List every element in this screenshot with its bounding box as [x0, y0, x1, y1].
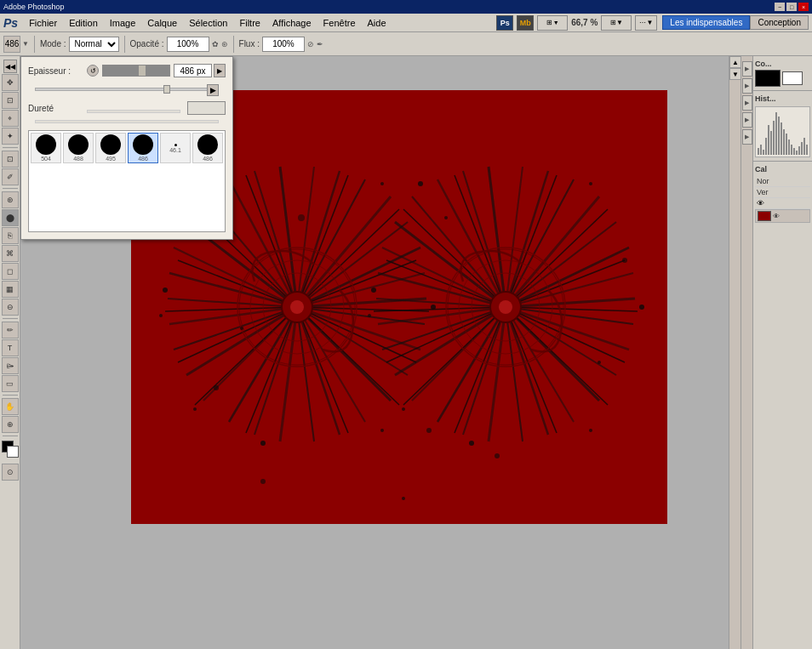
- svg-point-46: [159, 314, 163, 317]
- histogram-chart: [755, 106, 810, 157]
- camera-tool[interactable]: ⊙: [2, 464, 19, 481]
- canvas-area: Epaisseur : ↺ ▶ ▶ Dureté: [20, 56, 741, 649]
- brush-preset-3[interactable]: 486: [128, 133, 158, 163]
- expand-btn-3[interactable]: ▶: [742, 95, 752, 111]
- right-expanders: ▶ ▶ ▶ ▶ ▶: [741, 56, 752, 649]
- crop-tool[interactable]: ⊡: [2, 151, 19, 168]
- window-controls: − □ ×: [775, 3, 809, 11]
- main-layout: ◀◀ ✥ ⊡ ⌖ ✦ ⊡ ✐ ⊛ ⬤ ⎘ ⌘ ◻ ▦ ⊖ ✏ T ⌲ ▭ ✋ ⊕…: [0, 56, 812, 649]
- slider-right-btn[interactable]: ▶: [207, 84, 219, 96]
- svg-point-118: [426, 428, 432, 433]
- svg-point-104: [418, 181, 423, 186]
- menu-fichier[interactable]: Fichier: [23, 16, 63, 30]
- vertical-scrollbar[interactable]: ▲ ▼: [729, 56, 741, 649]
- slider-track: [35, 88, 219, 91]
- svg-point-117: [444, 216, 448, 219]
- brush-preset-0[interactable]: 504: [31, 133, 61, 163]
- slider-thumb[interactable]: [163, 85, 170, 94]
- hist-bar: [781, 122, 782, 155]
- hist-bar: [775, 112, 777, 155]
- path-tool[interactable]: ⌲: [2, 357, 19, 374]
- svg-point-102: [371, 287, 376, 293]
- hand-tool[interactable]: ✋: [2, 398, 19, 415]
- opacity-airbrush-icon[interactable]: ✿: [212, 40, 219, 48]
- sep-5: [3, 436, 18, 436]
- svg-point-51: [260, 441, 266, 446]
- menu-edition[interactable]: Edition: [63, 16, 104, 30]
- tools-collapse-btn[interactable]: ◀◀: [3, 60, 17, 73]
- history-brush-tool[interactable]: ⌘: [2, 245, 19, 262]
- menu-calque[interactable]: Calque: [141, 16, 183, 30]
- expand-btn-4[interactable]: ▶: [742, 112, 752, 128]
- brush-preset-5[interactable]: 486: [192, 133, 223, 163]
- minimize-button[interactable]: −: [775, 3, 785, 11]
- foreground-color[interactable]: [2, 441, 19, 458]
- indispensables-button[interactable]: Les indispensables: [662, 15, 750, 30]
- mb-icon-2[interactable]: Mb: [517, 15, 534, 31]
- pen-tool[interactable]: ✏: [2, 322, 19, 339]
- dodge-tool[interactable]: ⊖: [2, 299, 19, 316]
- text-tool[interactable]: T: [2, 339, 19, 356]
- clone-tool[interactable]: ⎘: [2, 227, 19, 244]
- layer-item-1[interactable]: 👁: [755, 209, 810, 223]
- epaisseur-value-input[interactable]: [174, 64, 212, 77]
- opacity-pressure-icon[interactable]: ⊛: [221, 40, 228, 48]
- flux-input[interactable]: [262, 37, 305, 52]
- shape-tool[interactable]: ▭: [2, 375, 19, 392]
- zoom-tool[interactable]: ⊕: [2, 416, 19, 433]
- bg-swatch[interactable]: [782, 71, 803, 85]
- epaisseur-reset-btn[interactable]: ↺: [87, 65, 99, 77]
- brush-tool[interactable]: ⬤: [2, 209, 19, 226]
- durete-value: [187, 101, 226, 115]
- divider-1: [124, 36, 125, 53]
- gradient-tool[interactable]: ▦: [2, 281, 19, 298]
- tablet-icon[interactable]: ✒: [317, 40, 323, 48]
- durete-row: Dureté: [28, 101, 226, 115]
- scroll-down-btn[interactable]: ▼: [729, 68, 741, 80]
- spot-heal-tool[interactable]: ⊛: [2, 191, 19, 208]
- epaisseur-slider[interactable]: [102, 65, 170, 77]
- hist-bar: [758, 148, 759, 155]
- conception-button[interactable]: Conception: [750, 15, 809, 30]
- fg-swatch[interactable]: [755, 70, 781, 87]
- menu-filtre[interactable]: Filtre: [233, 16, 266, 30]
- layer-eye-icon[interactable]: 👁: [773, 213, 780, 220]
- verrouillage-label: Ver: [757, 188, 769, 196]
- magic-wand-tool[interactable]: ✦: [2, 128, 19, 145]
- epaisseur-label: Epaisseur :: [28, 66, 83, 76]
- maximize-button[interactable]: □: [786, 3, 797, 11]
- brush-preset-1[interactable]: 488: [63, 133, 94, 163]
- svg-point-116: [214, 385, 219, 390]
- close-button[interactable]: ×: [798, 3, 809, 11]
- mb-arrangement[interactable]: ⊞▼: [537, 15, 568, 31]
- expand-btn-2[interactable]: ▶: [742, 78, 752, 94]
- mb-icon-1[interactable]: Ps: [496, 15, 513, 31]
- menu-aide[interactable]: Aide: [362, 16, 392, 30]
- brush-size-popup-btn[interactable]: 486: [3, 36, 20, 53]
- brush-preset-4[interactable]: 46.1: [160, 133, 191, 163]
- eyedropper-tool[interactable]: ✐: [2, 168, 19, 185]
- menu-fenetre[interactable]: Fenêtre: [317, 16, 362, 30]
- menu-selection[interactable]: Sélection: [183, 16, 233, 30]
- brush-preset-2[interactable]: 495: [95, 133, 126, 163]
- eraser-tool[interactable]: ◻: [2, 263, 19, 280]
- swatches-row: [755, 70, 810, 87]
- epaisseur-arrow-btn[interactable]: ▶: [214, 64, 226, 77]
- title-bar: Adobe Photoshop − □ ×: [0, 0, 812, 14]
- marquee-tool[interactable]: ⊡: [2, 92, 19, 109]
- extras-btn[interactable]: ⋯▼: [635, 15, 657, 31]
- opacity-input[interactable]: [167, 37, 209, 52]
- visibility-eye-icon[interactable]: 👁: [757, 199, 764, 208]
- mode-select[interactable]: Normal: [69, 37, 119, 52]
- menu-image[interactable]: Image: [104, 16, 142, 30]
- move-tool[interactable]: ✥: [2, 74, 19, 91]
- menu-affichage[interactable]: Affichage: [266, 16, 317, 30]
- svg-point-105: [589, 182, 592, 185]
- lasso-tool[interactable]: ⌖: [2, 110, 19, 127]
- view-mode-btn[interactable]: ⊞▼: [601, 15, 632, 31]
- scroll-up-btn[interactable]: ▲: [729, 56, 741, 68]
- expand-btn-1[interactable]: ▶: [742, 61, 752, 77]
- expand-btn-5[interactable]: ▶: [742, 129, 752, 145]
- hist-bar: [778, 117, 780, 155]
- flux-icon[interactable]: ⊘: [307, 40, 314, 48]
